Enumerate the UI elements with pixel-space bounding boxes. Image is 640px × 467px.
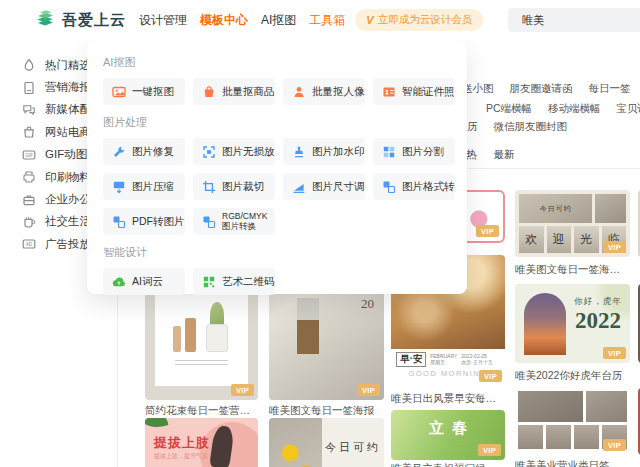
poster-title: 提拔上肢	[154, 434, 210, 452]
tool-item-批量抠人像[interactable]: 批量抠人像	[283, 78, 365, 105]
tool-item-PDF转图片[interactable]: PDF转图片	[103, 208, 185, 235]
tool-item-AI词云[interactable]: AI词云	[103, 268, 185, 295]
cloud-icon	[112, 275, 126, 289]
main-nav: 设计管理 模板中心 AI抠图 工具箱	[139, 12, 345, 29]
filter-tag[interactable]: 宝贝详情页	[617, 102, 640, 116]
member-button-label: 立即成为云设计会员	[378, 13, 473, 27]
nav-item-设计管理[interactable]: 设计管理	[139, 12, 187, 29]
tool-item-图片格式转换[interactable]: 图片格式转换	[373, 173, 455, 200]
poster-month: FEBRUARY星期五	[430, 353, 457, 366]
template-card-date[interactable]: 今日可约	[269, 418, 384, 467]
card-caption[interactable]: 唯美图文每日一签海报公众号推...	[515, 263, 630, 277]
sort-option[interactable]: 最新	[494, 148, 515, 162]
nav-item-AI抠图[interactable]: AI抠图	[261, 12, 296, 29]
vip-badge: VIP	[357, 384, 380, 396]
tag-row-1: 送小图 朋友圈邀请函 每日一签 DM宣传	[462, 82, 640, 96]
vip-badge: VIP	[476, 225, 499, 237]
collage-char-tile: 欢	[519, 226, 544, 253]
stamp-icon	[292, 145, 306, 159]
site-logo[interactable]: 吾爱上云	[34, 7, 126, 33]
flower-photo	[269, 418, 322, 467]
photo-tile	[574, 425, 599, 449]
media-icon	[22, 103, 36, 117]
vip-crown-icon: V	[366, 14, 373, 26]
app-window: 送小图 朋友圈邀请函 每日一签 DM宣传 PC端横幅 移动端横幅 宝贝详情页 历…	[0, 0, 640, 467]
tool-item-艺术二维码[interactable]: 艺术二维码	[193, 268, 275, 295]
leaf-decor	[145, 418, 168, 431]
svg-text:AD: AD	[26, 243, 33, 248]
poster-greeting: GOOD MORNING	[408, 369, 487, 378]
poster-date: 20	[361, 296, 374, 312]
office-icon	[22, 193, 36, 207]
sunset-arch-photo	[524, 293, 566, 355]
logo-text: 吾爱上云	[62, 11, 126, 30]
tool-item-图片压缩[interactable]: 图片压缩	[103, 173, 185, 200]
vip-badge: VIP	[478, 444, 501, 456]
tool-item-RGB/CMYK图片转换[interactable]: RGB/CMYK图片转换	[193, 208, 275, 235]
template-card-tiger-2022[interactable]: 你好，虎年 2022 VIP	[515, 284, 630, 363]
tool-item-图片修复[interactable]: 图片修复	[103, 138, 185, 165]
menu-section-title: 智能设计	[103, 245, 455, 260]
tool-item-图片尺寸调整[interactable]: 图片尺寸调整	[283, 173, 365, 200]
menu-section-grid: 一键抠图 批量抠商品 批量抠人像 智能证件照	[103, 78, 455, 105]
tag-row-2: PC端横幅 移动端横幅 宝贝详情页	[486, 102, 640, 116]
nav-item-工具箱[interactable]: 工具箱	[309, 12, 345, 29]
idcard-icon	[382, 85, 396, 99]
card-caption[interactable]: 唯美风立春祝福问候公众号首图	[391, 462, 505, 467]
card-caption[interactable]: 唯美日出风景早安每日一签方形...	[391, 392, 505, 406]
tool-item-智能证件照[interactable]: 智能证件照	[373, 78, 455, 105]
bottle-shape	[185, 318, 196, 352]
member-upgrade-button[interactable]: V 立即成为云设计会员	[355, 9, 483, 31]
resize-icon	[292, 180, 306, 194]
ad-icon: AD	[22, 237, 36, 251]
convert-icon	[382, 180, 396, 194]
card-caption[interactable]: 简约花束每日一签营业海报	[145, 404, 258, 418]
poster-greeting: 你好，虎年	[573, 296, 623, 308]
vase-shape	[297, 298, 319, 354]
filter-tag[interactable]: 微信朋友圈封图	[494, 120, 568, 134]
template-card-collage[interactable]: 今日可约 欢 迎 光 临 VIP	[515, 190, 630, 257]
poster-title: 今日可约	[325, 440, 381, 467]
shop-icon	[22, 125, 36, 139]
card-caption[interactable]: 唯美图文每日一签海报	[269, 404, 384, 418]
menu-section-title: 图片处理	[103, 115, 455, 130]
poster-title: 立春	[391, 419, 505, 438]
tool-item-批量抠商品[interactable]: 批量抠商品	[193, 78, 275, 105]
tool-item-图片加水印[interactable]: 图片加水印	[283, 138, 365, 165]
toolbox-dropdown-panel: AI抠图 一键抠图 批量抠商品 批量抠人像 智能证件照 图片处理 图片修复 图片…	[87, 40, 467, 294]
convert-icon	[112, 215, 126, 229]
filter-tag[interactable]: 移动端横幅	[548, 102, 601, 116]
poster-date: 2022-02-25农历·正月十五	[461, 353, 493, 366]
tool-item-一键抠图[interactable]: 一键抠图	[103, 78, 185, 105]
poster-title: 早·安	[396, 352, 426, 367]
image-icon	[112, 85, 126, 99]
filter-tag[interactable]: PC端横幅	[486, 102, 532, 116]
sort-option[interactable]: 热	[466, 148, 477, 162]
social-icon	[22, 215, 36, 229]
nav-item-模板中心[interactable]: 模板中心	[200, 12, 248, 29]
menu-section-grid: 图片修复 图片无损放大 图片加水印 图片分割 图片压缩 图片裁切 图片尺寸调整 …	[103, 138, 455, 235]
filter-tag[interactable]: 每日一签	[589, 82, 631, 96]
logo-books-icon	[34, 7, 56, 33]
menu-section-grid: AI词云 艺术二维码	[103, 268, 455, 295]
crop-icon	[202, 180, 216, 194]
tool-item-图片分割[interactable]: 图片分割	[373, 138, 455, 165]
template-card-fitness[interactable]: 提拔上肢 提拔上肢，提升气质	[145, 418, 258, 467]
card-caption[interactable]: 唯美2022你好虎年台历	[515, 369, 630, 383]
gif-icon: GIF	[22, 148, 36, 162]
person-icon	[292, 85, 306, 99]
convert-icon	[202, 215, 216, 229]
tool-item-图片无损放大[interactable]: 图片无损放大	[193, 138, 275, 165]
template-card-beauty[interactable]: VIP	[515, 388, 630, 455]
filter-tag[interactable]: 历	[467, 120, 478, 134]
vip-badge: VIP	[479, 370, 502, 382]
filter-tag[interactable]: 朋友圈邀请函	[510, 82, 573, 96]
photo-tile	[518, 391, 583, 422]
search-input[interactable]	[508, 8, 640, 32]
poster-text-lines	[175, 360, 228, 366]
svg-text:GIF: GIF	[25, 153, 33, 158]
tool-item-图片裁切[interactable]: 图片裁切	[193, 173, 275, 200]
template-card-lichun[interactable]: 立春 · · · · VIP	[391, 410, 505, 460]
print-icon	[22, 170, 36, 184]
card-caption[interactable]: 唯美美业营业类日签店休海报公...	[515, 459, 630, 467]
